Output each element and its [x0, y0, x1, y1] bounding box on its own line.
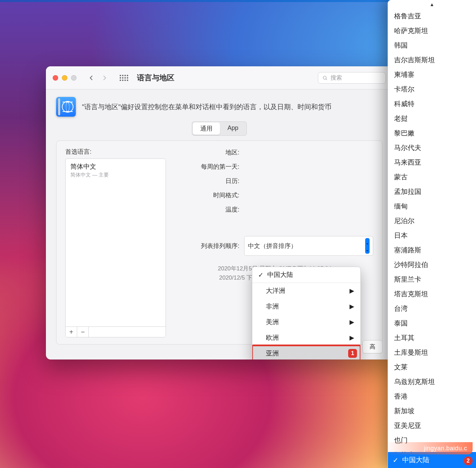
region-popup-menu: ✓ 中国大陆 大洋洲▶非洲▶美洲▶欧洲▶亚洲▶1: [252, 267, 361, 360]
preferences-window: 语言与地区 "语言与地区"偏好设置控制您在菜单和对话框中看到的语言，以及日期、时…: [46, 66, 393, 360]
window-title: 语言与地区: [137, 73, 174, 83]
search-input[interactable]: [330, 74, 381, 81]
country-option[interactable]: 老挝: [388, 111, 476, 126]
language-name: 简体中文: [70, 162, 161, 171]
continent-name: 欧洲: [266, 333, 279, 342]
country-option[interactable]: 斯里兰卡: [388, 272, 476, 287]
continent-name: 大洋洲: [266, 286, 285, 295]
callout-badge-1: 1: [348, 349, 357, 358]
close-button[interactable]: [53, 75, 58, 81]
country-option[interactable]: 乌兹别克斯坦: [388, 374, 476, 389]
svg-line-1: [326, 79, 327, 80]
country-option[interactable]: 尼泊尔: [388, 214, 476, 228]
temperature-label: 温度:: [176, 205, 244, 214]
country-option[interactable]: 香港: [388, 389, 476, 404]
header-description: "语言与地区"偏好设置控制您在菜单和对话框中看到的语言，以及日期、时间和货币: [82, 102, 332, 112]
country-option[interactable]: 沙特阿拉伯: [388, 257, 476, 272]
country-option[interactable]: 韩国: [388, 38, 476, 53]
continent-option[interactable]: 非洲▶: [252, 299, 360, 314]
search-field[interactable]: [318, 72, 386, 84]
callout-badge-2: 2: [464, 456, 473, 465]
country-option[interactable]: 土库曼斯坦: [388, 345, 476, 360]
country-option[interactable]: 亚美尼亚: [388, 418, 476, 433]
first-day-label: 每周的第一天:: [176, 163, 244, 171]
country-submenu: ▲ 格鲁吉亚哈萨克斯坦韩国吉尔吉斯斯坦柬埔寨卡塔尔科威特老挝黎巴嫩马尔代夫马来西…: [388, 0, 476, 468]
traffic-lights: [53, 75, 76, 81]
country-option[interactable]: 泰国: [388, 316, 476, 331]
scroll-up-indicator[interactable]: ▲: [388, 0, 476, 9]
country-option[interactable]: 蒙古: [388, 170, 476, 184]
updown-icon: [365, 238, 370, 254]
content-pane: 首选语言: 简体中文 简体中文 — 主要 + − 地区: 每周的第一天: 日历:…: [56, 140, 382, 345]
country-option[interactable]: 哈萨克斯坦: [388, 23, 476, 38]
country-option[interactable]: 塞浦路斯: [388, 243, 476, 257]
chevron-right-icon: ▶: [350, 303, 354, 310]
chevron-right-icon: ▶: [350, 334, 354, 341]
continent-name: 非洲: [266, 302, 279, 311]
forward-button[interactable]: [100, 73, 110, 83]
language-region-icon: [56, 97, 76, 117]
preferred-languages-column: 首选语言: 简体中文 简体中文 — 主要 + −: [65, 148, 166, 337]
region-selected-row[interactable]: ✓ 中国大陆: [252, 267, 360, 283]
segmented-control: 通用 App: [192, 121, 247, 136]
list-sort-select[interactable]: 中文（拼音排序）: [244, 236, 373, 256]
list-sort-label: 列表排列顺序:: [176, 242, 244, 250]
region-label: 地区:: [176, 148, 244, 156]
zoom-button[interactable]: [71, 75, 76, 81]
list-sort-value: 中文（拼音排序）: [248, 242, 297, 250]
continent-option[interactable]: 美洲▶: [252, 314, 360, 330]
country-option[interactable]: 科威特: [388, 97, 476, 111]
header-description-row: "语言与地区"偏好设置控制您在菜单和对话框中看到的语言，以及日期、时间和货币: [46, 89, 393, 120]
chevron-right-icon: ▶: [350, 287, 354, 295]
svg-point-0: [323, 76, 326, 79]
country-selected-value: 中国大陆: [402, 455, 429, 465]
preferred-languages-label: 首选语言:: [65, 148, 166, 156]
check-icon: ✓: [393, 456, 399, 464]
back-button[interactable]: [86, 73, 96, 83]
chevron-right-icon: ▶: [350, 318, 354, 326]
country-option[interactable]: 新加坡: [388, 404, 476, 418]
minimize-button[interactable]: [62, 75, 67, 81]
country-option[interactable]: 孟加拉国: [388, 184, 476, 199]
country-option[interactable]: 黎巴嫩: [388, 126, 476, 140]
search-icon: [322, 75, 328, 81]
country-option[interactable]: 格鲁吉亚: [388, 9, 476, 23]
tab-general[interactable]: 通用: [193, 122, 220, 135]
country-option[interactable]: 吉尔吉斯斯坦: [388, 53, 476, 67]
titlebar: 语言与地区: [46, 66, 393, 89]
country-option[interactable]: 土耳其: [388, 331, 476, 345]
svg-marker-2: [367, 243, 368, 244]
preferred-languages-list[interactable]: 简体中文 简体中文 — 主要 + −: [65, 158, 166, 337]
continent-option[interactable]: 亚洲▶1: [252, 346, 360, 360]
country-option[interactable]: 日本: [388, 228, 476, 243]
continent-name: 亚洲: [266, 349, 279, 358]
show-all-icon[interactable]: [119, 73, 129, 83]
continent-option[interactable]: 欧洲▶: [252, 330, 360, 346]
country-option[interactable]: 文莱: [388, 360, 476, 374]
country-option[interactable]: 伊拉克: [388, 448, 476, 452]
check-icon: ✓: [258, 271, 264, 279]
tab-app[interactable]: App: [220, 122, 246, 135]
country-option[interactable]: 马来西亚: [388, 155, 476, 170]
time-format-label: 时间格式:: [176, 191, 244, 199]
country-option[interactable]: 也门: [388, 433, 476, 448]
calendar-label: 日历:: [176, 177, 244, 185]
country-option[interactable]: 柬埔寨: [388, 67, 476, 82]
continent-name: 美洲: [266, 318, 279, 327]
country-option[interactable]: 卡塔尔: [388, 82, 476, 97]
advanced-button[interactable]: 高: [362, 340, 382, 353]
svg-marker-3: [367, 250, 368, 251]
tab-bar: 通用 App: [46, 121, 393, 136]
country-selected-row[interactable]: ✓ 中国大陆: [388, 452, 476, 468]
continent-option[interactable]: 大洋洲▶: [252, 283, 360, 299]
list-sort-row: 列表排列顺序: 中文（拼音排序）: [176, 236, 373, 256]
country-option[interactable]: 缅甸: [388, 199, 476, 214]
country-option[interactable]: 台湾: [388, 301, 476, 316]
region-selected-value: 中国大陆: [267, 270, 293, 279]
language-detail: 简体中文 — 主要: [70, 172, 161, 178]
country-option[interactable]: 马尔代夫: [388, 140, 476, 155]
country-option[interactable]: 塔吉克斯坦: [388, 287, 476, 301]
list-item[interactable]: 简体中文 简体中文 — 主要: [66, 159, 166, 182]
